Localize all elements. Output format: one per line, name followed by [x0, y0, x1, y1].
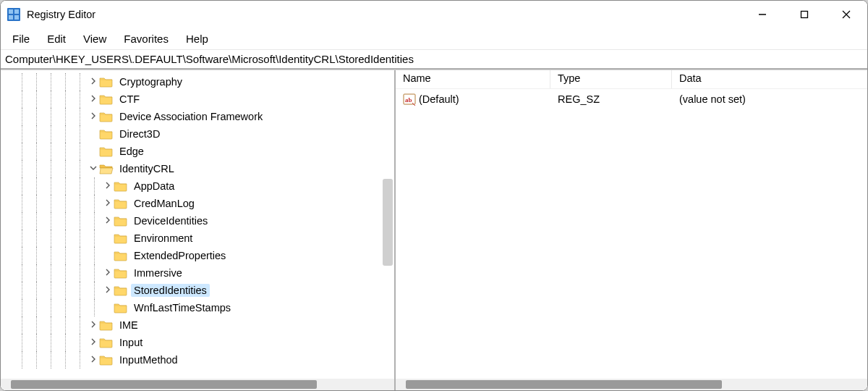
tree-node[interactable]: Cryptography: [15, 73, 394, 91]
tree-node[interactable]: StoredIdentities: [15, 282, 394, 299]
tree-node-label[interactable]: IME: [116, 319, 141, 332]
tree-node[interactable]: Edge: [15, 143, 394, 160]
tree-node[interactable]: CredManLog: [15, 195, 394, 212]
folder-icon: [99, 354, 114, 366]
chevron-right-icon[interactable]: [88, 320, 99, 330]
folder-icon: [114, 267, 128, 279]
tree-horizontal-scrollbar[interactable]: [1, 379, 394, 390]
window-title: Registry Editor: [27, 9, 95, 20]
column-name[interactable]: Name: [396, 70, 550, 88]
folder-icon: [99, 128, 114, 140]
folder-icon: [99, 337, 114, 348]
column-data[interactable]: Data: [672, 70, 867, 88]
value-data-cell: (value not set): [672, 93, 753, 105]
folder-icon: [99, 93, 114, 105]
svg-rect-1: [9, 9, 13, 14]
menu-help[interactable]: Help: [177, 30, 217, 47]
tree-node-label[interactable]: StoredIdentities: [131, 284, 210, 297]
tree-node-label[interactable]: CredManLog: [131, 197, 197, 210]
tree-node-label[interactable]: Direct3D: [116, 127, 163, 140]
chevron-right-icon[interactable]: [102, 268, 114, 278]
folder-icon: [114, 232, 128, 244]
main-split: CryptographyCTFDevice Association Framew…: [1, 70, 867, 390]
chevron-right-icon[interactable]: [102, 216, 114, 226]
folder-icon: [114, 302, 128, 314]
values-list[interactable]: (Default)REG_SZ(value not set): [396, 89, 867, 379]
folder-icon: [114, 250, 128, 261]
svg-rect-4: [14, 15, 19, 20]
tree-node-label[interactable]: Device Association Framework: [116, 110, 265, 123]
tree-node-label[interactable]: Environment: [131, 232, 195, 245]
titlebar: Registry Editor: [1, 1, 867, 28]
tree-node-label[interactable]: AppData: [131, 180, 177, 193]
address-bar[interactable]: Computer\HKEY_USERS\.DEFAULT\Software\Mi…: [1, 50, 867, 70]
folder-icon: [114, 215, 128, 227]
folder-icon: [99, 76, 114, 88]
regedit-app-icon: [7, 7, 21, 22]
menu-favorites[interactable]: Favorites: [115, 30, 177, 47]
tree-node[interactable]: IdentityCRL: [15, 160, 394, 177]
folder-icon: [114, 180, 128, 192]
svg-rect-6: [801, 12, 808, 18]
string-value-icon: [403, 93, 416, 106]
value-type-cell: REG_SZ: [550, 93, 672, 105]
chevron-down-icon[interactable]: [88, 164, 99, 174]
tree-node-label[interactable]: WnfLastTimeStamps: [131, 301, 234, 314]
maximize-button[interactable]: [783, 1, 825, 28]
folder-icon: [99, 111, 114, 122]
folder-icon: [99, 146, 114, 157]
tree-node[interactable]: InputMethod: [15, 351, 394, 369]
svg-rect-2: [14, 9, 19, 14]
chevron-right-icon[interactable]: [102, 285, 114, 295]
registry-editor-window: Registry Editor File Edit View Favorites…: [0, 0, 868, 391]
tree-vertical-scrollbar[interactable]: [383, 179, 393, 266]
tree-node-label[interactable]: ExtendedProperties: [131, 249, 229, 262]
tree-node-label[interactable]: InputMethod: [116, 353, 181, 366]
tree-node[interactable]: IME: [15, 316, 394, 334]
chevron-right-icon[interactable]: [88, 355, 99, 365]
tree-node[interactable]: DeviceIdentities: [15, 212, 394, 230]
chevron-right-icon[interactable]: [88, 337, 99, 348]
svg-rect-3: [9, 15, 13, 20]
tree-node[interactable]: Immersive: [15, 264, 394, 282]
tree-node-label[interactable]: Edge: [116, 145, 147, 158]
tree-node-label[interactable]: DeviceIdentities: [131, 214, 210, 227]
value-row[interactable]: (Default)REG_SZ(value not set): [396, 91, 867, 108]
menu-file[interactable]: File: [4, 30, 38, 47]
list-header: Name Type Data: [396, 70, 867, 89]
chevron-right-icon[interactable]: [102, 198, 114, 209]
chevron-right-icon[interactable]: [88, 112, 99, 122]
window-controls: [741, 1, 867, 28]
tree-node[interactable]: Input: [15, 334, 394, 351]
tree-node-label[interactable]: IdentityCRL: [116, 162, 177, 175]
tree-node[interactable]: Direct3D: [15, 125, 394, 143]
tree-node[interactable]: WnfLastTimeStamps: [15, 299, 394, 316]
chevron-right-icon[interactable]: [88, 77, 99, 87]
tree-node[interactable]: ExtendedProperties: [15, 247, 394, 264]
folder-icon: [114, 285, 128, 296]
value-name: (Default): [419, 93, 459, 105]
folder-open-icon: [99, 163, 114, 175]
folder-icon: [114, 198, 128, 209]
tree-node-label[interactable]: Input: [116, 336, 145, 349]
tree-pane: CryptographyCTFDevice Association Framew…: [1, 70, 396, 390]
tree-node[interactable]: Device Association Framework: [15, 108, 394, 125]
folder-icon: [99, 319, 114, 331]
tree-node-label[interactable]: Cryptography: [116, 75, 185, 88]
minimize-button[interactable]: [741, 1, 783, 28]
values-horizontal-scrollbar[interactable]: [396, 379, 867, 390]
menu-edit[interactable]: Edit: [38, 30, 75, 47]
chevron-right-icon[interactable]: [102, 181, 114, 191]
menubar: File Edit View Favorites Help: [1, 28, 867, 50]
tree-node-label[interactable]: Immersive: [131, 266, 185, 279]
registry-tree[interactable]: CryptographyCTFDevice Association Framew…: [1, 70, 394, 379]
menu-view[interactable]: View: [75, 30, 115, 47]
tree-node[interactable]: Environment: [15, 230, 394, 247]
chevron-right-icon[interactable]: [88, 94, 99, 104]
column-type[interactable]: Type: [550, 70, 672, 88]
value-name-cell: (Default): [396, 93, 550, 106]
tree-node[interactable]: AppData: [15, 177, 394, 195]
tree-node-label[interactable]: CTF: [116, 93, 142, 106]
tree-node[interactable]: CTF: [15, 91, 394, 108]
close-button[interactable]: [825, 1, 867, 28]
